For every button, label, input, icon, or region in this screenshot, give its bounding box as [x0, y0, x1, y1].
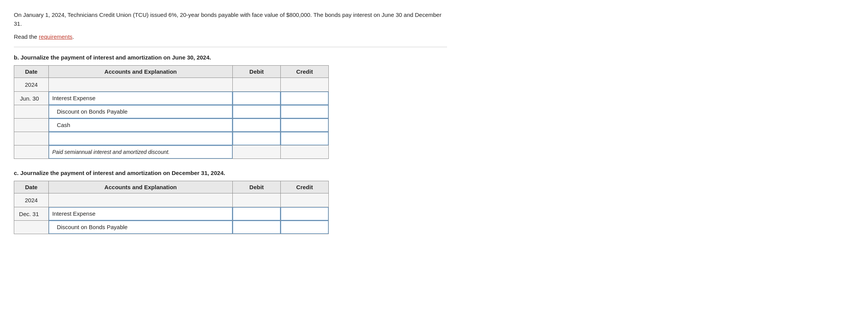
- date-spacer-5: [40, 145, 48, 159]
- header-credit: Credit: [281, 66, 329, 78]
- credit-input-2[interactable]: [281, 105, 328, 118]
- debit-cell-1[interactable]: [233, 92, 281, 105]
- date-empty-c2: [14, 221, 41, 234]
- read-line: Read the requirements.: [14, 33, 447, 40]
- accounts-cell-c2[interactable]: Discount on Bonds Payable: [48, 221, 232, 234]
- table-row: 2024: [14, 193, 329, 207]
- accounts-cell-3[interactable]: Cash: [48, 119, 232, 132]
- account-input-empty[interactable]: [49, 132, 232, 145]
- date-spacer-4: [40, 132, 48, 145]
- date-empty-4: [14, 132, 41, 145]
- narration-text: Paid semiannual interest and amortized d…: [49, 145, 232, 159]
- section-c-label: c. Journalize the payment of interest an…: [14, 170, 447, 176]
- date-empty-5: [14, 145, 41, 159]
- credit-cell-4[interactable]: [281, 132, 329, 145]
- credit-input-c2[interactable]: [281, 221, 328, 234]
- header-accounts-c: Accounts and Explanation: [48, 181, 232, 193]
- header-date-c: Date: [14, 181, 49, 193]
- read-label: Read the: [14, 33, 37, 40]
- debit-cell-c1[interactable]: [233, 207, 281, 221]
- credit-input-1[interactable]: [281, 92, 328, 105]
- table-row: Paid semiannual interest and amortized d…: [14, 145, 329, 159]
- header-credit-c: Credit: [281, 181, 329, 193]
- debit-input-c2[interactable]: [233, 221, 280, 234]
- accounts-cell-2[interactable]: Discount on Bonds Payable: [48, 105, 232, 119]
- date-spacer-c2: [40, 221, 48, 234]
- header-date: Date: [14, 66, 49, 78]
- table-row: Jun. 30 Interest Expense: [14, 92, 329, 105]
- date-spacer-3: [40, 119, 48, 132]
- header-debit: Debit: [233, 66, 281, 78]
- debit-cell-year: [233, 78, 281, 92]
- debit-cell-year-c: [233, 193, 281, 207]
- debit-cell-4[interactable]: [233, 132, 281, 145]
- credit-cell-c1[interactable]: [281, 207, 329, 221]
- debit-input-1[interactable]: [233, 92, 280, 105]
- table-row: Cash: [14, 119, 329, 132]
- credit-input-3[interactable]: [281, 119, 328, 132]
- debit-input-c1[interactable]: [233, 207, 280, 220]
- debit-input-2[interactable]: [233, 105, 280, 118]
- requirements-link[interactable]: requirements: [39, 33, 73, 40]
- date-cell-dec31: Dec. 31: [14, 207, 41, 221]
- table-row: Discount on Bonds Payable: [14, 221, 329, 234]
- accounts-cell-c1[interactable]: Interest Expense: [48, 207, 232, 221]
- date-cell-jun30: Jun. 30: [14, 92, 41, 105]
- interest-expense-text: Interest Expense: [49, 92, 232, 105]
- credit-cell-c2[interactable]: [281, 221, 329, 234]
- debit-cell-narration: [233, 145, 281, 159]
- accounts-cell-year-c: [48, 193, 232, 207]
- credit-cell-3[interactable]: [281, 119, 329, 132]
- section-c-table: Date Accounts and Explanation Debit Cred…: [14, 181, 329, 234]
- accounts-cell-narration: Paid semiannual interest and amortized d…: [48, 145, 232, 159]
- table-row: 2024: [14, 78, 329, 92]
- credit-cell-year: [281, 78, 329, 92]
- table-row: [14, 132, 329, 145]
- debit-cell-c2[interactable]: [233, 221, 281, 234]
- header-debit-c: Debit: [233, 181, 281, 193]
- section-b-label: b. Journalize the payment of interest an…: [14, 54, 447, 61]
- discount-bonds-text: Discount on Bonds Payable: [49, 105, 232, 118]
- credit-input-c1[interactable]: [281, 207, 328, 220]
- accounts-cell-1[interactable]: Interest Expense: [48, 92, 232, 105]
- debit-input-4[interactable]: [233, 132, 280, 145]
- debit-input-3[interactable]: [233, 119, 280, 132]
- section-b-table: Date Accounts and Explanation Debit Cred…: [14, 65, 329, 159]
- accounts-cell-year: [48, 78, 232, 92]
- debit-cell-2[interactable]: [233, 105, 281, 119]
- date-empty-3: [14, 119, 41, 132]
- header-accounts: Accounts and Explanation: [48, 66, 232, 78]
- debit-cell-3[interactable]: [233, 119, 281, 132]
- credit-cell-1[interactable]: [281, 92, 329, 105]
- credit-cell-year-c: [281, 193, 329, 207]
- credit-cell-narration: [281, 145, 329, 159]
- divider: [14, 47, 447, 47]
- date-empty-2: [14, 105, 41, 119]
- interest-expense-text-c: Interest Expense: [49, 207, 232, 220]
- credit-input-4[interactable]: [281, 132, 328, 145]
- accounts-cell-4[interactable]: [48, 132, 232, 145]
- cash-text: Cash: [49, 119, 232, 132]
- date-spacer-c1: [40, 207, 48, 221]
- year-cell-c: 2024: [14, 193, 49, 207]
- credit-cell-2[interactable]: [281, 105, 329, 119]
- intro-text: On January 1, 2024, Technicians Credit U…: [14, 11, 447, 28]
- date-spacer: [40, 92, 48, 105]
- table-row: Dec. 31 Interest Expense: [14, 207, 329, 221]
- year-cell: 2024: [14, 78, 49, 92]
- discount-bonds-text-c: Discount on Bonds Payable: [49, 221, 232, 234]
- date-spacer-2: [40, 105, 48, 119]
- table-row: Discount on Bonds Payable: [14, 105, 329, 119]
